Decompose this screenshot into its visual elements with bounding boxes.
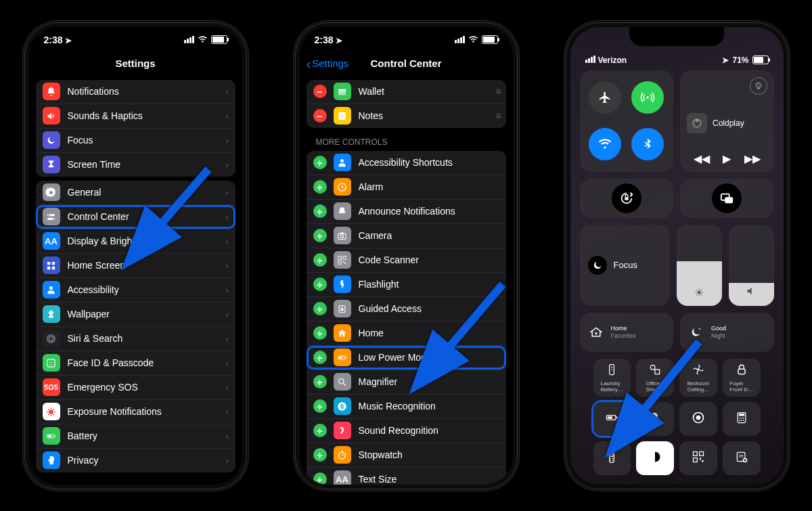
row-label: Code Scanner xyxy=(359,254,499,265)
add-icon[interactable]: + xyxy=(313,424,327,437)
cc-more-code[interactable]: +Code Scanner xyxy=(307,248,506,273)
add-icon[interactable]: + xyxy=(313,253,327,267)
wifi-toggle[interactable] xyxy=(589,128,621,160)
svg-rect-23 xyxy=(55,435,55,437)
row-label: Music Recognition xyxy=(359,401,499,412)
add-icon[interactable]: + xyxy=(313,472,327,485)
note-add-icon xyxy=(735,450,748,466)
add-icon[interactable]: + xyxy=(313,351,327,364)
settings-row-sos[interactable]: SOSEmergency SOS› xyxy=(36,376,235,400)
bell-icon xyxy=(43,83,60,100)
cc-more-camera[interactable]: +Camera xyxy=(307,224,506,248)
svg-rect-61 xyxy=(725,197,734,203)
chevron-right-icon: › xyxy=(225,285,228,295)
torch-icon xyxy=(334,275,351,293)
svg-rect-93 xyxy=(700,458,702,460)
cc-tile-dark-mode[interactable] xyxy=(636,441,674,475)
ear-icon xyxy=(334,422,351,439)
chevron-right-icon: › xyxy=(225,160,228,170)
focus-module[interactable]: Focus xyxy=(580,225,671,306)
next-button[interactable]: ▶▶ xyxy=(744,152,761,165)
add-icon[interactable]: + xyxy=(313,375,327,388)
cc-tile-foyer[interactable]: FoyerFront D… xyxy=(723,359,761,397)
connectivity-module[interactable] xyxy=(580,70,674,172)
settings-row-sounds[interactable]: Sounds & Haptics› xyxy=(36,104,235,129)
siri-icon xyxy=(43,330,60,347)
svg-point-86 xyxy=(612,458,613,458)
cc-more-announce[interactable]: +Announce Notifications xyxy=(307,200,506,224)
screen-mirroring[interactable] xyxy=(680,179,774,218)
svg-point-85 xyxy=(610,458,611,458)
phone-control-center: Verizon ➤ 71% xyxy=(564,20,790,491)
add-icon[interactable]: + xyxy=(313,229,327,242)
brightness-slider[interactable]: ☀ xyxy=(677,225,722,306)
settings-row-focus[interactable]: Focus› xyxy=(36,129,235,153)
orientation-lock[interactable] xyxy=(580,179,674,218)
annotation-arrow xyxy=(141,162,215,253)
reorder-handle-icon[interactable]: ≡ xyxy=(495,86,499,97)
settings-row-battery[interactable]: Battery› xyxy=(36,424,235,449)
reorder-handle-icon[interactable]: ≡ xyxy=(495,110,499,121)
settings-row-notifications[interactable]: Notifications› xyxy=(36,80,235,104)
svg-rect-41 xyxy=(344,263,346,264)
cc-included-wallet[interactable]: −Wallet≡ xyxy=(307,80,506,104)
chevron-right-icon: › xyxy=(225,407,228,417)
settings-row-exposure[interactable]: Exposure Notifications› xyxy=(36,400,235,424)
svg-point-64 xyxy=(612,366,613,368)
notes-icon xyxy=(334,107,351,125)
svg-rect-71 xyxy=(616,416,618,418)
add-icon[interactable]: + xyxy=(313,180,327,194)
svg-rect-69 xyxy=(738,369,745,374)
cc-tile-calculator[interactable] xyxy=(723,402,761,436)
chevron-right-icon: › xyxy=(225,334,228,344)
settings-row-home-screen[interactable]: Home Screen› xyxy=(36,254,235,278)
bluetooth-toggle[interactable] xyxy=(631,128,664,160)
svg-rect-58 xyxy=(696,120,698,121)
remove-icon[interactable]: − xyxy=(313,85,327,98)
add-icon[interactable]: + xyxy=(313,277,327,291)
cc-more-stopwatch[interactable]: +Stopwatch xyxy=(307,443,506,468)
cc-more-accessibility[interactable]: +Accessibility Shortcuts xyxy=(307,151,506,175)
cc-tile-apple-tv[interactable] xyxy=(593,441,631,475)
add-icon[interactable]: + xyxy=(313,204,327,218)
cc-tile-quick-note[interactable] xyxy=(723,441,761,475)
volume-slider[interactable] xyxy=(729,225,774,306)
add-icon[interactable]: + xyxy=(313,326,327,340)
now-playing[interactable]: Coldplay xyxy=(687,113,767,133)
add-icon[interactable]: + xyxy=(313,399,327,413)
add-icon[interactable]: + xyxy=(313,156,327,169)
cc-included-notes[interactable]: −Notes≡ xyxy=(307,104,506,128)
play-button[interactable]: ▶ xyxy=(723,152,731,165)
location-icon: ➤ xyxy=(336,36,342,45)
add-icon[interactable]: + xyxy=(313,302,327,315)
remove-icon[interactable]: − xyxy=(313,109,327,123)
cc-more-alarm[interactable]: +Alarm xyxy=(307,175,506,200)
cc-more-text-size[interactable]: +AAText Size xyxy=(307,468,506,485)
settings-row-wallpaper[interactable]: Wallpaper› xyxy=(36,303,235,327)
cc-tile-code-scanner[interactable] xyxy=(679,441,717,475)
add-icon[interactable]: + xyxy=(313,448,327,462)
back-button[interactable]: ‹Settings xyxy=(307,58,349,69)
location-icon: ➤ xyxy=(65,36,72,45)
airplane-toggle[interactable] xyxy=(589,81,621,114)
chevron-right-icon: › xyxy=(225,87,228,97)
battery-icon xyxy=(752,55,769,64)
airplay-icon[interactable] xyxy=(750,77,767,95)
svg-point-54 xyxy=(647,96,649,98)
svg-point-3 xyxy=(53,218,54,219)
battery-icon xyxy=(605,411,618,427)
media-module[interactable]: Coldplay ◀◀ ▶ ▶▶ xyxy=(680,70,774,172)
cc-more-music-rec[interactable]: +Music Recognition xyxy=(307,395,506,419)
cellular-toggle[interactable] xyxy=(631,81,664,114)
settings-row-accessibility[interactable]: Accessibility› xyxy=(36,278,235,303)
row-label: Announce Notifications xyxy=(359,206,499,217)
chevron-right-icon: › xyxy=(225,456,228,466)
cc-more-sound-rec[interactable]: +Sound Recognition xyxy=(307,419,506,443)
settings-row-siri[interactable]: Siri & Search› xyxy=(36,327,235,351)
settings-row-privacy[interactable]: Privacy› xyxy=(36,449,235,472)
svg-point-12 xyxy=(52,361,53,363)
settings-row-faceid[interactable]: Face ID & Passcode› xyxy=(36,351,235,376)
svg-point-11 xyxy=(49,361,51,363)
shazam-icon xyxy=(334,397,351,415)
prev-button[interactable]: ◀◀ xyxy=(694,152,710,165)
